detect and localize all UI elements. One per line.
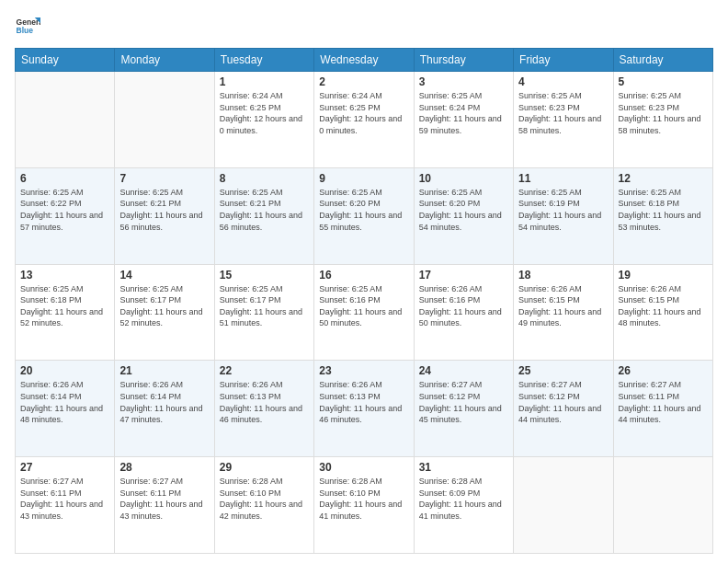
logo-icon: General Blue	[15, 15, 40, 40]
day-detail: Sunrise: 6:25 AM Sunset: 6:22 PM Dayligh…	[20, 187, 109, 233]
calendar-day-cell	[514, 457, 613, 554]
calendar-day-cell: 27Sunrise: 6:27 AM Sunset: 6:11 PM Dayli…	[16, 457, 115, 554]
calendar-day-cell: 11Sunrise: 6:25 AM Sunset: 6:19 PM Dayli…	[514, 167, 613, 264]
day-number: 8	[220, 172, 309, 185]
day-detail: Sunrise: 6:28 AM Sunset: 6:09 PM Dayligh…	[419, 476, 508, 522]
calendar-day-cell: 17Sunrise: 6:26 AM Sunset: 6:16 PM Dayli…	[414, 264, 513, 361]
calendar-day-cell: 24Sunrise: 6:27 AM Sunset: 6:12 PM Dayli…	[414, 361, 513, 457]
calendar-day-cell: 4Sunrise: 6:25 AM Sunset: 6:23 PM Daylig…	[514, 72, 613, 168]
calendar-day-cell: 28Sunrise: 6:27 AM Sunset: 6:11 PM Dayli…	[115, 457, 214, 554]
day-number: 4	[518, 75, 608, 88]
calendar-day-cell: 16Sunrise: 6:25 AM Sunset: 6:16 PM Dayli…	[314, 264, 414, 361]
calendar-day-cell: 14Sunrise: 6:25 AM Sunset: 6:17 PM Dayli…	[115, 264, 214, 361]
day-detail: Sunrise: 6:27 AM Sunset: 6:11 PM Dayligh…	[619, 379, 708, 425]
day-detail: Sunrise: 6:24 AM Sunset: 6:25 PM Dayligh…	[220, 90, 309, 136]
day-number: 20	[20, 364, 109, 377]
calendar-week-row: 6Sunrise: 6:25 AM Sunset: 6:22 PM Daylig…	[16, 167, 713, 264]
calendar-day-cell	[115, 72, 214, 168]
day-detail: Sunrise: 6:25 AM Sunset: 6:17 PM Dayligh…	[220, 283, 309, 329]
day-number: 26	[619, 364, 708, 377]
calendar-day-cell: 1Sunrise: 6:24 AM Sunset: 6:25 PM Daylig…	[214, 72, 313, 168]
day-number: 9	[319, 172, 408, 185]
day-detail: Sunrise: 6:25 AM Sunset: 6:24 PM Dayligh…	[419, 90, 508, 136]
calendar-day-cell: 18Sunrise: 6:26 AM Sunset: 6:15 PM Dayli…	[514, 264, 613, 361]
calendar-week-row: 1Sunrise: 6:24 AM Sunset: 6:25 PM Daylig…	[16, 72, 713, 168]
day-number: 7	[119, 172, 209, 185]
calendar-day-cell: 15Sunrise: 6:25 AM Sunset: 6:17 PM Dayli…	[214, 264, 313, 361]
day-detail: Sunrise: 6:26 AM Sunset: 6:15 PM Dayligh…	[518, 283, 608, 329]
day-number: 12	[619, 172, 708, 185]
day-number: 11	[518, 172, 608, 185]
day-number: 17	[419, 269, 508, 282]
day-detail: Sunrise: 6:28 AM Sunset: 6:10 PM Dayligh…	[319, 476, 408, 522]
calendar-day-cell: 26Sunrise: 6:27 AM Sunset: 6:11 PM Dayli…	[613, 361, 712, 457]
header: General Blue	[15, 15, 713, 40]
weekday-header: Monday	[115, 49, 214, 72]
calendar-day-cell: 8Sunrise: 6:25 AM Sunset: 6:21 PM Daylig…	[214, 167, 313, 264]
day-detail: Sunrise: 6:25 AM Sunset: 6:18 PM Dayligh…	[619, 187, 708, 233]
calendar-week-row: 13Sunrise: 6:25 AM Sunset: 6:18 PM Dayli…	[16, 264, 713, 361]
calendar-day-cell: 10Sunrise: 6:25 AM Sunset: 6:20 PM Dayli…	[414, 167, 513, 264]
day-detail: Sunrise: 6:27 AM Sunset: 6:12 PM Dayligh…	[518, 379, 608, 425]
day-number: 14	[119, 269, 209, 282]
calendar-week-row: 20Sunrise: 6:26 AM Sunset: 6:14 PM Dayli…	[16, 361, 713, 457]
day-detail: Sunrise: 6:26 AM Sunset: 6:14 PM Dayligh…	[119, 379, 209, 425]
day-number: 19	[619, 269, 708, 282]
day-number: 1	[220, 75, 309, 88]
day-detail: Sunrise: 6:25 AM Sunset: 6:18 PM Dayligh…	[20, 283, 109, 329]
day-detail: Sunrise: 6:25 AM Sunset: 6:23 PM Dayligh…	[619, 90, 708, 136]
day-number: 16	[319, 269, 408, 282]
day-number: 6	[20, 172, 109, 185]
calendar-day-cell: 30Sunrise: 6:28 AM Sunset: 6:10 PM Dayli…	[314, 457, 414, 554]
day-detail: Sunrise: 6:25 AM Sunset: 6:20 PM Dayligh…	[319, 187, 408, 233]
calendar-day-cell: 19Sunrise: 6:26 AM Sunset: 6:15 PM Dayli…	[613, 264, 712, 361]
weekday-header: Saturday	[613, 49, 712, 72]
day-detail: Sunrise: 6:25 AM Sunset: 6:21 PM Dayligh…	[220, 187, 309, 233]
calendar-day-cell: 13Sunrise: 6:25 AM Sunset: 6:18 PM Dayli…	[16, 264, 115, 361]
day-detail: Sunrise: 6:28 AM Sunset: 6:10 PM Dayligh…	[220, 476, 309, 522]
day-number: 27	[20, 461, 109, 474]
calendar-day-cell: 7Sunrise: 6:25 AM Sunset: 6:21 PM Daylig…	[115, 167, 214, 264]
calendar-day-cell: 3Sunrise: 6:25 AM Sunset: 6:24 PM Daylig…	[414, 72, 513, 168]
svg-text:Blue: Blue	[17, 26, 34, 35]
day-detail: Sunrise: 6:25 AM Sunset: 6:16 PM Dayligh…	[319, 283, 408, 329]
day-number: 2	[319, 75, 408, 88]
day-detail: Sunrise: 6:25 AM Sunset: 6:17 PM Dayligh…	[119, 283, 209, 329]
day-detail: Sunrise: 6:24 AM Sunset: 6:25 PM Dayligh…	[319, 90, 408, 136]
day-detail: Sunrise: 6:26 AM Sunset: 6:15 PM Dayligh…	[619, 283, 708, 329]
day-number: 10	[419, 172, 508, 185]
calendar-day-cell: 2Sunrise: 6:24 AM Sunset: 6:25 PM Daylig…	[314, 72, 414, 168]
day-number: 21	[119, 364, 209, 377]
day-detail: Sunrise: 6:26 AM Sunset: 6:14 PM Dayligh…	[20, 379, 109, 425]
day-detail: Sunrise: 6:26 AM Sunset: 6:16 PM Dayligh…	[419, 283, 508, 329]
day-number: 23	[319, 364, 408, 377]
day-number: 31	[419, 461, 508, 474]
day-number: 5	[619, 75, 708, 88]
calendar-day-cell: 9Sunrise: 6:25 AM Sunset: 6:20 PM Daylig…	[314, 167, 414, 264]
day-detail: Sunrise: 6:27 AM Sunset: 6:11 PM Dayligh…	[20, 476, 109, 522]
page: General Blue SundayMondayTuesdayWednesda…	[0, 0, 728, 563]
calendar-table: SundayMondayTuesdayWednesdayThursdayFrid…	[15, 48, 713, 554]
calendar-day-cell: 29Sunrise: 6:28 AM Sunset: 6:10 PM Dayli…	[214, 457, 313, 554]
day-number: 25	[518, 364, 608, 377]
day-detail: Sunrise: 6:27 AM Sunset: 6:11 PM Dayligh…	[119, 476, 209, 522]
day-number: 18	[518, 269, 608, 282]
calendar-day-cell: 23Sunrise: 6:26 AM Sunset: 6:13 PM Dayli…	[314, 361, 414, 457]
day-detail: Sunrise: 6:25 AM Sunset: 6:19 PM Dayligh…	[518, 187, 608, 233]
calendar-day-cell: 22Sunrise: 6:26 AM Sunset: 6:13 PM Dayli…	[214, 361, 313, 457]
calendar-week-row: 27Sunrise: 6:27 AM Sunset: 6:11 PM Dayli…	[16, 457, 713, 554]
day-number: 29	[220, 461, 309, 474]
day-number: 28	[119, 461, 209, 474]
calendar-day-cell: 12Sunrise: 6:25 AM Sunset: 6:18 PM Dayli…	[613, 167, 712, 264]
calendar-header-row: SundayMondayTuesdayWednesdayThursdayFrid…	[16, 49, 713, 72]
day-number: 3	[419, 75, 508, 88]
weekday-header: Wednesday	[314, 49, 414, 72]
weekday-header: Friday	[514, 49, 613, 72]
calendar-day-cell: 31Sunrise: 6:28 AM Sunset: 6:09 PM Dayli…	[414, 457, 513, 554]
logo: General Blue	[15, 15, 40, 40]
day-detail: Sunrise: 6:26 AM Sunset: 6:13 PM Dayligh…	[319, 379, 408, 425]
calendar-day-cell: 25Sunrise: 6:27 AM Sunset: 6:12 PM Dayli…	[514, 361, 613, 457]
calendar-day-cell: 21Sunrise: 6:26 AM Sunset: 6:14 PM Dayli…	[115, 361, 214, 457]
day-number: 13	[20, 269, 109, 282]
calendar-day-cell: 20Sunrise: 6:26 AM Sunset: 6:14 PM Dayli…	[16, 361, 115, 457]
